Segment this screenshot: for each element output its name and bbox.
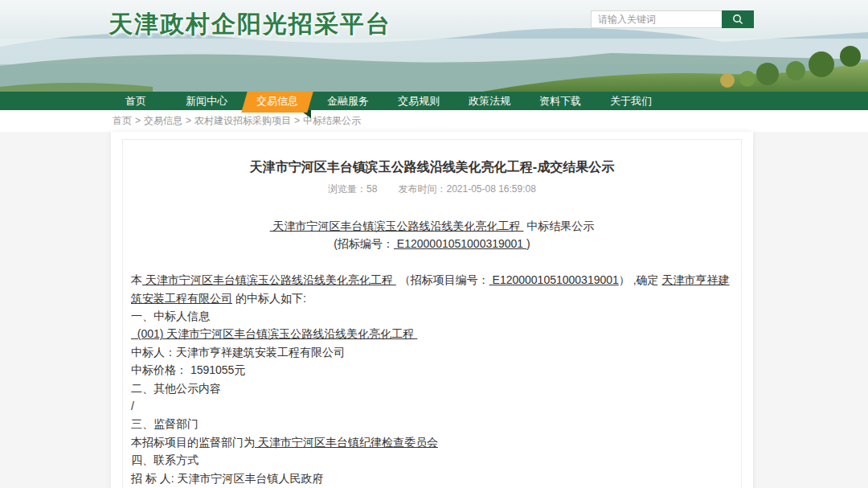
underlined-text: 天津市宁河区丰台镇纪律检查委员会 (255, 436, 438, 449)
text-segment: 四、联系方式 (131, 453, 199, 466)
article-blank-line (131, 253, 733, 271)
underlined-text: 天津市宁河区丰台镇滨玉公路线沿线美化亮化工程 (270, 219, 524, 232)
text-segment: (招标编号： (334, 237, 394, 250)
content-panel: 天津市宁河区丰台镇滨玉公路线沿线美化亮化工程-成交结果公示 浏览量：58发布时间… (111, 132, 753, 488)
article-line: 本招标项目的监督部门为 天津市宁河区丰台镇纪律检查委员会 (131, 433, 733, 451)
article-meta: 浏览量：58发布时间：2021-05-08 16:59:08 (131, 182, 733, 196)
text-segment: ） ,确定 (619, 273, 662, 286)
nav-item-label: 金融服务 (327, 95, 369, 107)
article-title: 天津市宁河区丰台镇滨玉公路线沿线美化亮化工程-成交结果公示 (131, 159, 733, 176)
views-count: 58 (366, 183, 377, 195)
nav-item-downloads[interactable]: 资料下载 (525, 92, 596, 110)
underlined-text: (001) 天津市宁河区丰台镇滨玉公路线沿线美化亮化工程 (131, 327, 417, 340)
text-segment: 中标人：天津市亨祥建筑安装工程有限公司 (131, 346, 345, 359)
article-line: 四、联系方式 (131, 451, 733, 469)
breadcrumb-separator: > (135, 115, 141, 126)
header-banner: 天津政村企阳光招采平台 (0, 0, 868, 92)
search-button[interactable] (722, 10, 754, 28)
text-segment: 中标价格： 1591055元 (131, 363, 245, 376)
nav-item-label: 交易信息 (256, 95, 298, 107)
breadcrumb-item[interactable]: 交易信息 (144, 115, 182, 126)
underlined-text: E1200001051000319001 (489, 273, 619, 286)
text-segment: 本 (131, 273, 142, 286)
text-segment: 三、监督部门 (131, 417, 199, 430)
nav-item-label: 关于我们 (610, 95, 652, 107)
text-segment: 二、其他公示内容 (131, 382, 221, 395)
nav-item-label: 新闻中心 (186, 95, 227, 107)
article-frame: 天津市宁河区丰台镇滨玉公路线沿线美化亮化工程-成交结果公示 浏览量：58发布时间… (122, 139, 742, 488)
publish-time: 2021-05-08 16:59:08 (446, 183, 535, 195)
search-icon (732, 14, 743, 25)
text-segment: 招 标 人: 天津市宁河区丰台镇人民政府 (131, 472, 324, 485)
nav-item-label: 首页 (125, 95, 146, 107)
underlined-text: 天津市宁河区丰台镇滨玉公路线沿线美化亮化工程 (142, 273, 396, 286)
nav-item-label: 交易规则 (398, 95, 440, 107)
search-input[interactable] (591, 10, 722, 28)
nav-item-label: 资料下载 (539, 95, 581, 107)
views-label: 浏览量： (328, 183, 366, 195)
search-box (591, 10, 754, 28)
article-line: 本 天津市宁河区丰台镇滨玉公路线沿线美化亮化工程 （招标项目编号： E12000… (131, 271, 733, 307)
nav-item-policy[interactable]: 政策法规 (454, 92, 525, 110)
text-segment: ) (526, 237, 530, 250)
text-segment: 中标结果公示 (523, 219, 594, 232)
site-title: 天津政村企阳光招采平台 (108, 8, 391, 41)
breadcrumb-item[interactable]: 首页 (113, 115, 132, 126)
article-line: (001) 天津市宁河区丰台镇滨玉公路线沿线美化亮化工程 (131, 325, 733, 342)
article-body: 天津市宁河区丰台镇滨玉公路线沿线美化亮化工程 中标结果公示(招标编号： E120… (131, 217, 733, 488)
nav-item-about[interactable]: 关于我们 (596, 92, 666, 110)
article-line: 招 标 人: 天津市宁河区丰台镇人民政府 (131, 470, 733, 487)
text-segment: 的中标人如下: (232, 292, 306, 305)
breadcrumb-separator: > (294, 115, 300, 126)
article-line: 中标人：天津市亨祥建筑安装工程有限公司 (131, 343, 733, 361)
breadcrumb-item[interactable]: 中标结果公示 (303, 115, 361, 126)
breadcrumb: 首页>交易信息>农村建设招标采购项目>中标结果公示 (113, 114, 361, 128)
text-segment: （招标项目编号： (396, 273, 489, 286)
nav-item-trade-rules[interactable]: 交易规则 (383, 92, 454, 110)
nav-item-home[interactable]: 首页 (100, 92, 171, 110)
underlined-text: E1200001051000319001 (394, 237, 526, 250)
text-segment: 本招标项目的监督部门为 (131, 436, 255, 449)
article-line: 一、中标人信息 (131, 307, 733, 325)
publish-time-label: 发布时间： (398, 183, 446, 195)
article-line: (招标编号： E1200001051000319001 ) (131, 235, 733, 252)
article-line: 三、监督部门 (131, 415, 733, 433)
nav-item-label: 政策法规 (469, 95, 510, 107)
main-nav: 首页新闻中心交易信息金融服务交易规则政策法规资料下载关于我们 (0, 92, 868, 110)
article-line: 二、其他公示内容 (131, 379, 733, 397)
main-area: 天津市宁河区丰台镇滨玉公路线沿线美化亮化工程-成交结果公示 浏览量：58发布时间… (0, 132, 868, 488)
article-line: / (131, 397, 733, 415)
article-line: 天津市宁河区丰台镇滨玉公路线沿线美化亮化工程 中标结果公示 (131, 217, 733, 235)
breadcrumb-strip: 首页>交易信息>农村建设招标采购项目>中标结果公示 (0, 110, 868, 132)
text-segment: 一、中标人信息 (131, 310, 210, 322)
breadcrumb-separator: > (186, 115, 191, 126)
text-segment: / (131, 400, 134, 412)
nav-item-trade-info[interactable]: 交易信息 (242, 92, 313, 110)
nav-item-finance[interactable]: 金融服务 (313, 92, 383, 110)
nav-item-news[interactable]: 新闻中心 (171, 92, 242, 110)
article-line: 中标价格： 1591055元 (131, 361, 733, 379)
breadcrumb-item[interactable]: 农村建设招标采购项目 (194, 115, 291, 126)
